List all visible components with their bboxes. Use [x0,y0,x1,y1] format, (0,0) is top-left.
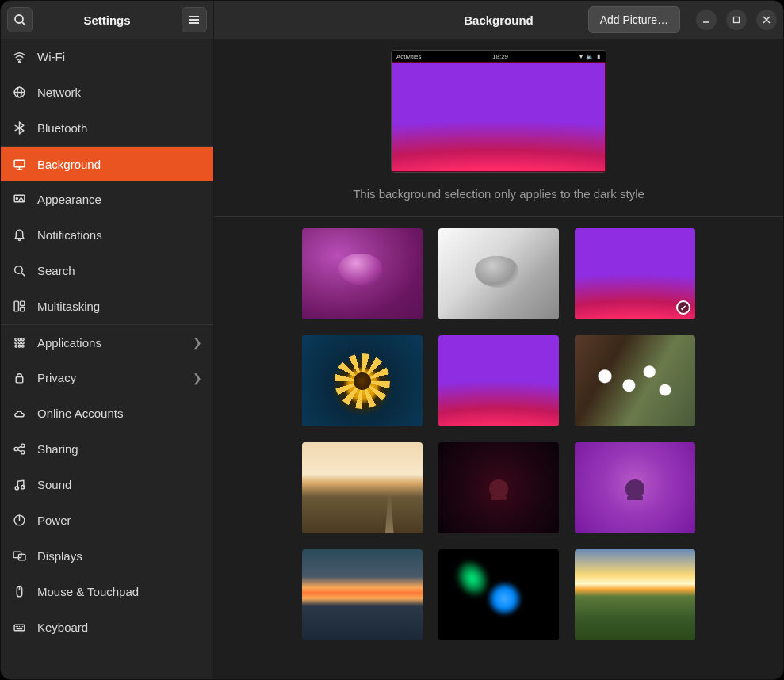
sidebar-item-background[interactable]: Background [1,146,213,181]
wallpaper-thumb-purple-jelly[interactable] [575,442,695,533]
preview-topbar: Activities 18:29 ▾ 🔈 ▮ [392,51,606,62]
titlebar: Settings Background Add Picture… [1,1,783,39]
wallpaper-thumb-landscape[interactable] [575,549,695,640]
svg-line-1 [22,22,25,25]
wallpaper-grid: ✔ [302,228,695,648]
add-picture-button[interactable]: Add Picture… [588,6,680,33]
wallpaper-thumb-waves-2[interactable] [438,335,559,426]
wallpaper-thumb-road[interactable] [302,442,423,533]
svg-point-0 [15,15,23,23]
wallpaper-thumb-lake[interactable] [302,549,423,640]
sidebar-item-label: Background [37,158,202,171]
wifi-icon [12,50,26,64]
cloud-icon [12,407,26,421]
sidebar-item-search[interactable]: Search [1,253,213,288]
sidebar-item-appearance[interactable]: Appearance [1,181,213,217]
preview-wallpaper [392,62,606,172]
svg-point-39 [21,486,24,489]
sidebar-item-wifi[interactable]: Wi-Fi [1,39,213,74]
svg-line-36 [17,446,21,448]
wallpaper-thumb-waves[interactable]: ✔ [575,228,695,319]
svg-point-17 [16,197,17,199]
svg-point-23 [14,338,17,340]
selected-check-icon: ✔ [676,300,690,315]
svg-point-24 [18,338,21,340]
search-button[interactable] [7,7,33,32]
sidebar-item-applications[interactable]: Applications❯ [1,324,213,360]
sidebar-item-keyboard[interactable]: Keyboard [1,609,213,645]
settings-window: Settings Background Add Picture… [0,0,784,680]
svg-rect-6 [734,17,740,23]
power-icon [12,514,26,528]
svg-point-35 [21,451,24,454]
maximize-icon [732,16,740,24]
app-title: Settings [39,13,175,27]
sidebar-item-network[interactable]: Network [1,74,213,110]
displays-icon [12,549,26,563]
sidebar-item-label: Keyboard [37,621,202,634]
svg-point-28 [21,342,24,344]
svg-point-30 [18,345,21,347]
chevron-right-icon: ❯ [193,372,202,384]
sidebar-item-multitasking[interactable]: Multitasking [1,288,213,324]
sidebar-item-power[interactable]: Power [1,502,213,538]
monitor-icon [12,157,26,171]
wallpaper-thumb-flower[interactable] [302,335,423,426]
preview-clock: 18:29 [492,53,508,60]
sidebar-item-label: Privacy [37,371,182,384]
titlebar-content: Background Add Picture… [214,1,783,39]
minimize-button[interactable] [696,10,717,30]
share-icon [12,442,26,457]
close-button[interactable] [756,10,777,30]
sidebar-item-notifications[interactable]: Notifications [1,217,213,253]
sidebar-item-label: Applications [37,336,182,350]
wallpaper-thumb-jelly-purple[interactable] [302,228,423,319]
wallpaper-thumb-dark-jelly[interactable] [438,442,559,533]
hamburger-icon [188,13,201,26]
svg-rect-13 [14,160,25,167]
svg-point-9 [18,61,20,63]
multitask-icon [12,300,26,314]
sidebar-item-label: Online Accounts [37,407,202,420]
sidebar[interactable]: Wi-FiNetworkBluetoothBackgroundAppearanc… [1,39,214,679]
sidebar-item-online-accounts[interactable]: Online Accounts [1,395,213,431]
content-divider [214,216,783,217]
wallpaper-thumb-jelly-grey[interactable] [438,228,559,319]
wallpaper-thumb-abstract-blue[interactable] [438,549,559,640]
svg-line-19 [21,273,24,276]
minimize-icon [702,16,710,24]
preview-status-icons: ▾ 🔈 ▮ [579,53,601,60]
sidebar-item-label: Power [37,514,202,527]
globe-icon [12,86,26,100]
sidebar-item-label: Appearance [37,193,202,206]
sidebar-item-privacy[interactable]: Privacy❯ [1,360,213,395]
sidebar-item-sharing[interactable]: Sharing [1,431,213,467]
sidebar-item-label: Network [37,86,202,99]
wallpaper-thumb-cherry[interactable] [575,335,695,426]
window-body: Wi-FiNetworkBluetoothBackgroundAppearanc… [1,39,783,679]
sidebar-item-displays[interactable]: Displays [1,538,213,574]
mouse-icon [12,585,26,599]
menu-button[interactable] [182,7,207,32]
sidebar-item-label: Search [37,264,202,277]
svg-line-37 [17,450,21,452]
sidebar-item-sound[interactable]: Sound [1,467,213,502]
sidebar-item-label: Wi-Fi [37,50,202,63]
svg-point-29 [14,345,17,347]
keyboard-icon [12,621,26,635]
content-area[interactable]: Activities 18:29 ▾ 🔈 ▮ This background s… [214,39,783,679]
svg-point-26 [14,342,17,344]
sidebar-item-label: Notifications [37,228,202,242]
sidebar-item-label: Sharing [37,442,202,456]
svg-point-34 [21,444,24,447]
svg-rect-46 [14,625,25,630]
sidebar-item-label: Sound [37,478,202,491]
svg-rect-20 [14,301,18,311]
window-controls [696,10,777,30]
search-icon [12,264,26,278]
maximize-button[interactable] [726,10,747,30]
sidebar-item-mouse[interactable]: Mouse & Touchpad [1,574,213,609]
style-hint-text: This background selection only applies t… [353,187,644,201]
preview-activities-label: Activities [396,53,422,60]
sidebar-item-bluetooth[interactable]: Bluetooth [1,110,213,146]
